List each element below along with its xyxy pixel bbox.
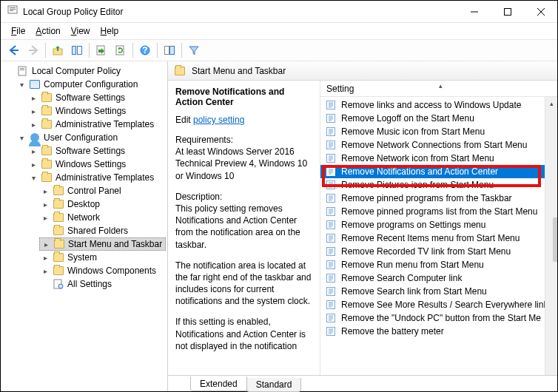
settings-list[interactable]: Remove links and access to Windows Updat… (320, 97, 557, 391)
tab-extended[interactable]: Extended (190, 376, 247, 391)
toolbar: ? (1, 39, 557, 61)
list-row[interactable]: Remove Run menu from Start Menu (320, 258, 557, 271)
edit-policy-link[interactable]: policy setting (193, 115, 244, 125)
export-button[interactable] (93, 41, 110, 59)
svg-rect-89 (327, 274, 335, 283)
list-row-label: Remove Recent Items menu from Start Menu (341, 233, 520, 243)
tree-uc-admin[interactable]: ▾Administrative Templates (27, 171, 166, 184)
svg-rect-29 (327, 115, 335, 123)
list-row[interactable]: Remove Recent Items menu from Start Menu (320, 232, 557, 245)
description-text-3: If this setting is enabled, Notification… (175, 316, 312, 352)
show-hide-tree-button[interactable] (68, 41, 86, 59)
tree-uc-software[interactable]: ▸Software Settings (27, 144, 166, 158)
tree-shared-folders[interactable]: ▸Shared Folders (39, 224, 166, 237)
list-row[interactable]: Remove Music icon from Start Menu (320, 125, 557, 138)
svg-rect-2 (10, 9, 16, 10)
path-header-text: Start Menu and Taskbar (192, 66, 286, 76)
tree-system[interactable]: ▸System (39, 251, 166, 264)
help-button[interactable]: ? (136, 41, 154, 59)
tab-standard[interactable]: Standard (246, 378, 302, 392)
tree-control-panel[interactable]: ▸Control Panel (39, 184, 166, 197)
policy-item-icon (325, 192, 337, 204)
scroll-up-button[interactable]: ▴ (545, 97, 558, 109)
list-row[interactable]: Remove Pictures icon from Start Menu (320, 178, 557, 192)
list-scrollbar[interactable]: ▴ ▾ (545, 97, 557, 391)
list-row[interactable]: Remove Notifications and Action Center (320, 165, 557, 178)
tree-uc-windows[interactable]: ▸Windows Settings (27, 158, 166, 171)
svg-rect-69 (327, 221, 335, 229)
tree-start-menu-taskbar[interactable]: ▸Start Menu and Taskbar (39, 237, 166, 251)
list-row-label: Remove links and access to Windows Updat… (341, 100, 521, 110)
svg-rect-1 (10, 7, 16, 8)
path-header: Start Menu and Taskbar (168, 61, 557, 81)
folder-icon (174, 65, 186, 77)
tree-desktop[interactable]: ▸Desktop (39, 197, 166, 211)
svg-rect-21 (20, 70, 24, 70)
tree-root[interactable]: ▾ Local Computer Policy (4, 64, 166, 78)
svg-rect-24 (327, 101, 335, 109)
menu-view[interactable]: View (67, 24, 95, 38)
list-header-setting[interactable]: Setting ▴ (320, 81, 557, 97)
svg-rect-54 (327, 181, 335, 189)
tree-pane[interactable]: ▾ Local Computer Policy ▾ Computer Confi… (1, 61, 168, 391)
list-row[interactable]: Remove Search link from Start Menu (320, 285, 557, 298)
requirements-label: Requirements: (175, 134, 312, 146)
list-row[interactable]: Remove Logoff on the Start Menu (320, 112, 557, 125)
tree-all-settings[interactable]: ▸All Settings (39, 277, 166, 291)
properties-button[interactable] (161, 41, 178, 59)
menu-action[interactable]: Action (31, 24, 64, 38)
list-row-label: Remove Notifications and Action Center (341, 166, 498, 177)
tree-cc-software[interactable]: ▸Software Settings (27, 91, 166, 104)
policy-item-icon (325, 232, 337, 244)
list-row[interactable]: Remove See More Results / Search Everywh… (320, 298, 557, 311)
menu-help[interactable]: Help (96, 24, 124, 38)
list-row-label: Remove Pictures icon from Start Menu (341, 180, 494, 190)
policy-item-icon (325, 126, 337, 138)
list-row-label: Remove Search Computer link (341, 273, 462, 283)
filter-button[interactable] (185, 41, 203, 59)
tree-cc-admin[interactable]: ▸Administrative Templates (27, 118, 166, 131)
svg-rect-34 (327, 128, 335, 136)
list-row[interactable]: Remove pinned programs from the Taskbar (320, 192, 557, 205)
result-tabs: Extended Standard (168, 375, 557, 391)
tree-windows-components[interactable]: ▸Windows Components (39, 264, 166, 277)
svg-point-23 (58, 284, 63, 288)
back-button[interactable] (5, 41, 23, 59)
policy-item-icon (325, 166, 337, 178)
description-label: Description: (175, 191, 312, 203)
svg-rect-94 (327, 288, 335, 296)
policy-item-icon (325, 272, 337, 284)
gpedit-window: Local Group Policy Editor File Action Vi… (0, 0, 558, 392)
svg-rect-17 (165, 47, 169, 55)
tree-network[interactable]: ▸Network (39, 211, 166, 224)
forward-button[interactable] (24, 41, 42, 59)
refresh-button[interactable] (112, 41, 130, 59)
minimize-button[interactable] (457, 1, 491, 22)
content-split: ▾ Local Computer Policy ▾ Computer Confi… (1, 61, 557, 391)
tree-computer-config[interactable]: ▾ Computer Configuration (16, 78, 166, 91)
up-button[interactable] (49, 41, 67, 59)
svg-rect-5 (504, 8, 511, 15)
list-row[interactable]: Remove the battery meter (320, 325, 557, 338)
window-title: Local Group Policy Editor (23, 7, 123, 17)
tree-user-config[interactable]: ▾ User Configuration (16, 131, 166, 144)
menu-file[interactable]: File (7, 24, 30, 38)
list-row[interactable]: Remove programs on Settings menu (320, 218, 557, 232)
list-row-label: Remove Network Connections from Start Me… (341, 140, 527, 150)
list-row[interactable]: Remove links and access to Windows Updat… (320, 98, 557, 112)
list-row[interactable]: Remove Search Computer link (320, 271, 557, 285)
list-row[interactable]: Remove Network icon from Start Menu (320, 152, 557, 165)
list-row[interactable]: Remove Recorded TV link from Start Menu (320, 245, 557, 258)
maximize-button[interactable] (491, 1, 524, 22)
list-row-label: Remove Search link from Start Menu (341, 286, 487, 297)
description-text-2: The notification area is located at the … (175, 260, 312, 308)
close-button[interactable] (524, 1, 557, 22)
policy-item-icon (325, 325, 337, 337)
list-row[interactable]: Remove the "Undock PC" button from the S… (320, 311, 557, 325)
policy-item-icon (325, 246, 337, 257)
list-row[interactable]: Remove Network Connections from Start Me… (320, 138, 557, 152)
tree-cc-windows[interactable]: ▸Windows Settings (27, 104, 166, 118)
svg-rect-79 (327, 248, 335, 256)
list-row[interactable]: Remove pinned programs list from the Sta… (320, 205, 557, 218)
policy-icon (17, 65, 29, 77)
